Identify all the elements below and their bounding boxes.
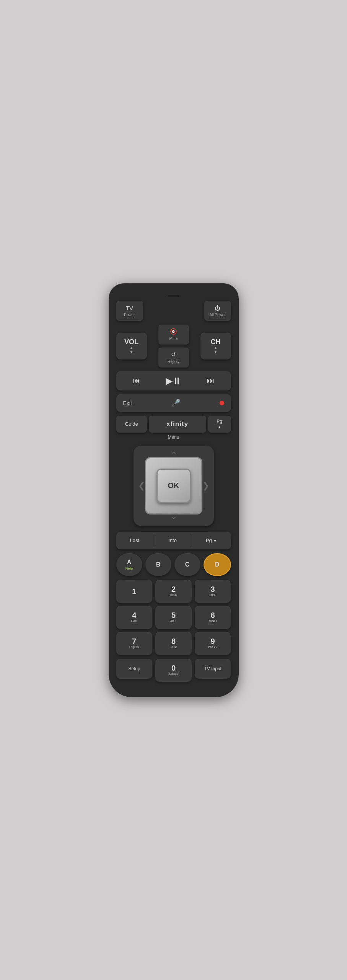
tv-input-button[interactable]: TV Input [195, 659, 231, 679]
fast-forward-icon: ⏭ [207, 376, 215, 385]
num-1-label: 1 [132, 588, 136, 595]
b-label: B [156, 561, 161, 568]
num-0-label: 0 [171, 664, 176, 672]
ch-label: CH [211, 338, 221, 346]
up-arrow-icon: ⌃ [170, 450, 177, 460]
pg-arrow: ▲ [218, 425, 222, 429]
num-4-sub: GHI [131, 619, 137, 623]
ch-arrows: ▲ ▼ [214, 346, 218, 354]
exit-row: Exit 🎤 [116, 394, 231, 412]
num-1-button[interactable]: 1 [116, 580, 153, 603]
ir-indicator [168, 295, 179, 297]
num-9-button[interactable]: 9 WXYZ [195, 632, 231, 655]
number-keypad: 1 2 ABC 3 DEF 4 GHI 5 JKL 6 MNO 7 PQRS [116, 580, 231, 655]
tv-input-label: TV Input [204, 666, 221, 671]
num-4-button[interactable]: 4 GHI [116, 606, 153, 629]
num-8-label: 8 [171, 637, 176, 645]
num-4-label: 4 [132, 611, 136, 619]
remote-control: TV Power ⏻ All Power VOL ▲ ▼ 🔇 Mute ↺ [109, 283, 239, 697]
pg-label: Pg [217, 419, 222, 424]
menu-label: Menu [168, 434, 179, 440]
pg-button[interactable]: Pg ▲ [208, 416, 231, 433]
num-3-label: 3 [211, 585, 215, 593]
num-6-button[interactable]: 6 MNO [195, 606, 231, 629]
d-label: D [215, 561, 220, 568]
vol-button[interactable]: VOL ▲ ▼ [116, 333, 147, 359]
tv-icon: TV [126, 305, 133, 311]
num-8-button[interactable]: 8 TUV [155, 632, 192, 655]
replay-icon: ↺ [171, 351, 176, 358]
rewind-button[interactable]: ⏮ [127, 374, 146, 387]
num-5-button[interactable]: 5 JKL [155, 606, 192, 629]
xfinity-button[interactable]: xfinity [149, 416, 206, 433]
pg-down-button[interactable]: Pg ▼ [200, 536, 223, 545]
num-3-button[interactable]: 3 DEF [195, 580, 231, 603]
btn-d[interactable]: D [204, 553, 231, 576]
replay-label: Replay [168, 359, 179, 364]
replay-button[interactable]: ↺ Replay [158, 348, 189, 368]
pg-down-arrow: ▼ [213, 539, 217, 543]
microphone-icon[interactable]: 🎤 [171, 399, 181, 408]
info-button[interactable]: Info [163, 536, 182, 545]
fast-forward-button[interactable]: ⏭ [201, 374, 220, 387]
last-button[interactable]: Last [124, 536, 145, 545]
all-power-button[interactable]: ⏻ All Power [204, 301, 231, 321]
exit-button[interactable]: Exit [123, 400, 132, 406]
tv-power-label: Power [124, 313, 135, 317]
num-2-label: 2 [171, 585, 176, 593]
ok-button[interactable]: OK [156, 469, 191, 503]
down-arrow-icon: ⌄ [170, 511, 177, 521]
rewind-icon: ⏮ [133, 376, 140, 385]
ch-up-arrow: ▲ [214, 346, 218, 350]
dpad: ⌃ ⌄ ❮ ❯ OK [134, 446, 214, 526]
mute-button[interactable]: 🔇 Mute [158, 325, 189, 345]
num-7-sub: PQRS [129, 645, 139, 649]
a-label: A [127, 559, 132, 566]
mute-label: Mute [169, 336, 178, 341]
num-8-sub: TUV [170, 645, 177, 649]
xfinity-label: xfinity [166, 420, 188, 428]
btn-c[interactable]: C [174, 553, 200, 576]
divider-2 [191, 535, 191, 546]
vol-label: VOL [124, 338, 138, 346]
ch-button[interactable]: CH ▲ ▼ [200, 333, 231, 359]
play-pause-icon: ▶⏸ [166, 376, 182, 386]
setup-label: Setup [128, 666, 140, 671]
num-7-label: 7 [132, 637, 136, 645]
ok-label: OK [168, 481, 179, 490]
a-sublabel: Help [125, 567, 133, 570]
ch-down-arrow: ▼ [214, 350, 218, 354]
play-pause-button[interactable]: ▶⏸ [160, 374, 187, 388]
tv-power-button[interactable]: TV Power [116, 301, 143, 321]
num-2-sub: ABC [170, 593, 178, 597]
top-row: TV Power ⏻ All Power [116, 301, 231, 321]
mute-replay-column: 🔇 Mute ↺ Replay [158, 325, 189, 368]
info-label: Info [168, 537, 177, 543]
vol-arrows: ▲ ▼ [130, 346, 134, 354]
last-info-row: Last Info Pg ▼ [116, 532, 231, 549]
record-dot [220, 401, 224, 405]
btn-a[interactable]: A Help [116, 553, 142, 576]
num-3-sub: DEF [209, 593, 216, 597]
guide-button[interactable]: Guide [116, 416, 147, 433]
middle-row: VOL ▲ ▼ 🔇 Mute ↺ Replay CH ▲ ▼ [116, 325, 231, 368]
power-icon: ⏻ [215, 305, 220, 311]
all-power-label: All Power [209, 313, 225, 317]
pg-down-label: Pg [206, 537, 212, 543]
num-0-button[interactable]: 0 Space [155, 659, 192, 682]
exit-label: Exit [123, 400, 132, 406]
bottom-row: Setup 0 Space TV Input [116, 659, 231, 682]
num-0-sub: Space [168, 672, 179, 676]
setup-button[interactable]: Setup [116, 659, 153, 679]
btn-b[interactable]: B [145, 553, 171, 576]
mute-icon: 🔇 [170, 328, 177, 335]
c-label: C [185, 561, 190, 568]
divider-1 [154, 535, 154, 546]
guide-label: Guide [125, 421, 138, 427]
guide-row: Guide xfinity Pg ▲ [116, 416, 231, 433]
num-7-button[interactable]: 7 PQRS [116, 632, 153, 655]
num-5-sub: JKL [170, 619, 177, 623]
vol-down-arrow: ▼ [130, 350, 134, 354]
num-2-button[interactable]: 2 ABC [155, 580, 192, 603]
left-arrow-icon: ❮ [138, 481, 145, 491]
